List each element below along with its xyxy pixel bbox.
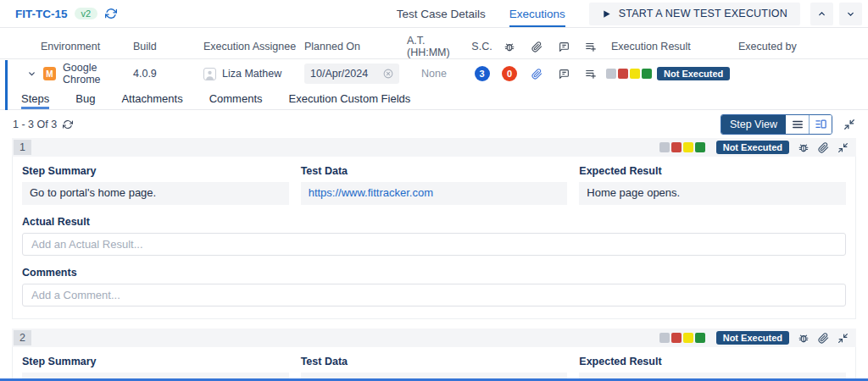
cell-planned-on: 10/Apr/2024 [304, 64, 407, 84]
row-add-step-icon[interactable] [577, 68, 604, 80]
step-2-status-badge: Not Executed [716, 331, 789, 345]
step-view-toggle: Step View [721, 114, 832, 135]
tab-steps[interactable]: Steps [21, 88, 49, 109]
status-square-fail [618, 69, 628, 79]
tab-test-case-details[interactable]: Test Case Details [397, 0, 486, 27]
step-2-body: Step Summary Enter the correct username.… [12, 347, 856, 381]
cell-execution-result[interactable]: Not Executed [604, 67, 732, 80]
step-status-color-squares [659, 142, 705, 152]
row-attachment-icon[interactable] [523, 69, 550, 80]
status-square-fail[interactable] [671, 142, 682, 152]
status-square-wip[interactable] [683, 142, 693, 152]
assignee-value: Liza Mathew [222, 68, 281, 80]
step-bug-icon[interactable] [798, 141, 810, 153]
tab-comments[interactable]: Comments [209, 88, 263, 109]
step-2-header-right: Not Executed [659, 331, 849, 345]
cell-actual-time[interactable]: None [407, 68, 468, 80]
column-planned-on: Planned On [304, 41, 407, 52]
step-card-2: 2 Not Executed [12, 329, 856, 381]
step-2-fields: Step Summary Enter the correct username.… [22, 356, 846, 381]
start-new-test-execution-button[interactable]: START A NEW TEST EXECUTION [589, 3, 800, 25]
environment-avatar: M [43, 67, 56, 80]
collapse-down-button[interactable] [839, 3, 862, 25]
step-attachment-icon[interactable] [818, 333, 829, 344]
status-square-fail[interactable] [671, 333, 682, 343]
column-comment-icon [550, 41, 577, 52]
column-executed-by: Executed by [732, 41, 868, 52]
execution-row[interactable]: M Google Chrome 4.0.9 Liza Mathew 10/Apr… [0, 59, 868, 88]
expanded-row-accent [5, 60, 8, 110]
status-square-wip[interactable] [683, 333, 693, 343]
step-collapse-icon[interactable] [837, 333, 849, 344]
steps-toolbar: 1 - 3 Of 3 Step View [0, 110, 868, 138]
column-environment: Environment [41, 41, 133, 52]
steps-list: 1 Not Executed [0, 138, 868, 381]
status-square-unexecuted [606, 69, 616, 79]
status-square-pass [642, 69, 652, 79]
tab-attachments[interactable]: Attachments [121, 88, 182, 109]
field-step-summary: Step Summary Go to portal's home page. [22, 165, 289, 205]
column-step-count: S.C. [468, 41, 496, 52]
status-square-pass[interactable] [695, 142, 705, 152]
step-bug-icon[interactable] [798, 332, 810, 344]
step-1-fields: Step Summary Go to portal's home page. T… [22, 165, 846, 205]
planned-on-date-field[interactable]: 10/Apr/2024 [304, 64, 399, 84]
row-comment-icon[interactable] [550, 69, 577, 80]
column-actual-time: A.T.(HH:MM) [407, 35, 468, 58]
field-test-data: Test Data https://www.fittracker.com [301, 165, 568, 205]
actual-result-section: Actual Result [22, 216, 846, 256]
test-data-value[interactable]: https://www.fittracker.com [301, 182, 568, 205]
column-execution-assignee: Execution Assignee [203, 41, 304, 52]
tab-bug[interactable]: Bug [75, 88, 95, 109]
step-1-header[interactable]: 1 Not Executed [12, 138, 856, 157]
step-2-number: 2 [14, 330, 31, 345]
column-execution-result: Execution Result [604, 41, 732, 52]
step-count-badge: 3 [475, 66, 490, 81]
executions-page: FIT-TC-15 v2 Test Case Details Execution… [0, 0, 868, 381]
field-test-data: Test Data Usernamae: Sample_user [301, 356, 568, 381]
top-bar: FIT-TC-15 v2 Test Case Details Execution… [0, 0, 868, 28]
status-square-unexecuted[interactable] [659, 333, 670, 343]
split-view-button[interactable] [809, 115, 832, 134]
expected-result-value[interactable]: Home page opens. [579, 182, 846, 205]
cell-step-count: 3 [468, 66, 496, 81]
status-color-squares [606, 69, 652, 79]
step-attachment-icon[interactable] [818, 142, 829, 153]
status-square-pass[interactable] [695, 333, 705, 343]
pagination: 1 - 3 Of 3 [13, 119, 73, 130]
actual-result-input[interactable] [22, 233, 846, 256]
step-2-header[interactable]: 2 Not Executed [12, 329, 856, 347]
execution-sub-tabs: Steps Bug Attachments Comments Execution… [0, 88, 868, 110]
tab-execution-custom-fields[interactable]: Execution Custom Fields [289, 88, 411, 109]
status-square-wip [630, 69, 640, 79]
comments-label: Comments [22, 267, 846, 279]
column-attachment-icon [523, 41, 550, 52]
status-square-unexecuted[interactable] [659, 142, 670, 152]
collapse-all-icon[interactable] [843, 119, 855, 130]
step-summary-label: Step Summary [22, 356, 289, 367]
step-status-color-squares [659, 333, 705, 343]
comment-input[interactable] [22, 284, 846, 306]
test-data-label: Test Data [301, 356, 568, 367]
test-case-id: FIT-TC-15 [15, 8, 68, 20]
step-summary-value[interactable]: Go to portal's home page. [22, 182, 289, 205]
tab-executions[interactable]: Executions [509, 0, 565, 27]
test-data-label: Test Data [301, 165, 568, 177]
step-collapse-icon[interactable] [837, 142, 849, 153]
play-icon [602, 9, 611, 19]
cell-assignee[interactable]: Liza Mathew [203, 68, 304, 80]
steps-refresh-icon[interactable] [63, 119, 73, 130]
cell-build: 4.0.9 [133, 68, 203, 80]
pagination-text: 1 - 3 Of 3 [13, 119, 57, 130]
field-step-summary: Step Summary Enter the correct username. [22, 356, 289, 381]
column-build: Build [133, 41, 203, 52]
actual-result-label: Actual Result [22, 216, 846, 228]
clear-date-icon[interactable] [383, 69, 393, 79]
refresh-icon[interactable] [105, 8, 117, 19]
top-tab-bar: Test Case Details Executions [397, 0, 589, 27]
step-1-status-badge: Not Executed [716, 141, 789, 154]
collapse-up-button[interactable] [810, 3, 833, 25]
list-view-button[interactable] [786, 115, 809, 134]
column-bug-icon [496, 41, 523, 52]
defect-count-badge: 0 [502, 66, 517, 81]
